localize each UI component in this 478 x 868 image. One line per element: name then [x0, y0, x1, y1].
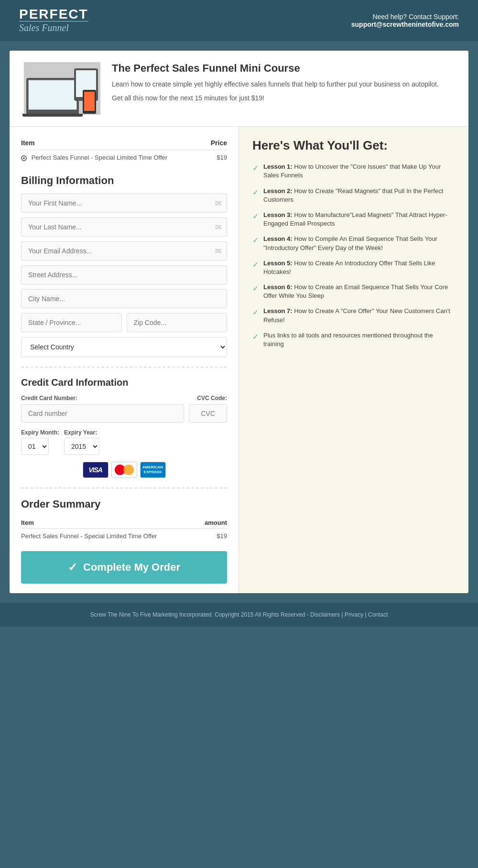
complete-order-button[interactable]: ✓ Complete My Order — [21, 551, 227, 584]
laptop-base — [22, 114, 83, 117]
cc-number-label: Credit Card Number: — [21, 395, 77, 401]
cvc-input[interactable] — [189, 404, 227, 423]
benefit-strong-5: Lesson 5: — [263, 260, 293, 267]
benefit-item-6: ✓ Lesson 6: How to Create an Email Seque… — [252, 283, 455, 300]
product-desc1: Learn how to create simple yet highly ef… — [112, 79, 439, 89]
support-email[interactable]: support@screwtheninetofive.com — [351, 21, 459, 28]
header-support: Need help? Contact Support: support@scre… — [351, 13, 459, 28]
benefit-strong-1: Lesson 1: — [263, 163, 293, 170]
expiry-year-select[interactable]: 2015 2016 2017 2018 2019 2020 — [64, 438, 99, 455]
benefit-text-2: Lesson 2: How to Create "Read Magnets" t… — [263, 187, 455, 204]
laptop-icon — [26, 78, 79, 114]
benefit-text-4: Lesson 4: How to Compile An Email Sequen… — [263, 235, 455, 252]
email-field-wrapper: ✉ — [21, 241, 227, 260]
check-icon-5: ✓ — [252, 260, 259, 270]
summary-item: Perfect Sales Funnel - Special Limited T… — [21, 529, 198, 544]
left-column: Item Price Perfect Sales Funnel - Specia… — [10, 127, 239, 593]
order-summary-section: Order Summary Item amount Perfect Sales … — [21, 498, 227, 584]
summary-amount: $19 — [198, 529, 227, 544]
laptop-screen — [28, 80, 77, 110]
city-input[interactable] — [21, 289, 227, 308]
visa-logo: VISA — [83, 462, 109, 478]
summary-table: Item amount Perfect Sales Funnel - Speci… — [21, 517, 227, 543]
two-col-layout: Item Price Perfect Sales Funnel - Specia… — [10, 127, 468, 593]
state-zip-row — [21, 313, 227, 332]
first-name-field-wrapper: ✉ — [21, 194, 227, 213]
check-icon-2: ✓ — [252, 187, 259, 198]
logo: PERFECT Sales Funnel — [19, 8, 88, 33]
envelope-icon-lastname: ✉ — [215, 223, 221, 232]
summary-row: Perfect Sales Funnel - Special Limited T… — [21, 529, 227, 544]
checkmark-icon: ✓ — [68, 561, 77, 574]
expiry-month-select[interactable]: 01 02 03 04 05 06 07 08 09 10 11 12 — [21, 438, 49, 455]
divider-1 — [21, 367, 227, 368]
mastercard-logo — [111, 462, 137, 478]
check-icon-1: ✓ — [252, 163, 259, 174]
phone-screen — [84, 92, 95, 111]
benefit-item-2: ✓ Lesson 2: How to Create "Read Magnets"… — [252, 187, 455, 204]
last-name-field-wrapper: ✉ — [21, 217, 227, 237]
benefit-text-1: Lesson 1: How to Uncover the "Core Issue… — [263, 163, 455, 180]
expiry-year-label: Expiry Year: — [64, 429, 99, 436]
street-input[interactable] — [21, 265, 227, 284]
benefit-text-6: Lesson 6: How to Create an Email Sequenc… — [263, 283, 455, 300]
country-select[interactable]: Select Country United States United King… — [21, 337, 227, 357]
logo-line2: Sales Funnel — [19, 21, 88, 33]
check-icon-4: ✓ — [252, 235, 259, 246]
col-price-header: Price — [206, 136, 227, 150]
order-table-row: Perfect Sales Funnel - Special Limited T… — [21, 150, 227, 165]
complete-order-label: Complete My Order — [83, 561, 180, 574]
benefit-item-3: ✓ Lesson 3: How to Manufacture"Lead Magn… — [252, 211, 455, 228]
benefit-item-7: ✓ Lesson 7: How to Create A "Core Offer"… — [252, 307, 455, 324]
cc-title: Credit Card Information — [21, 377, 227, 388]
device-mockup — [26, 64, 98, 114]
product-info: The Perfect Sales Funnel Mini Course Lea… — [10, 51, 468, 127]
footer: Screw The Nine To Five Marketing Incorpo… — [0, 603, 478, 627]
amex-logo: AMERICANEXPRESS — [140, 462, 166, 478]
check-icon-3: ✓ — [252, 211, 259, 222]
summary-col-amount: amount — [198, 517, 227, 529]
expiry-month-group: Expiry Month: 01 02 03 04 05 06 07 08 09… — [21, 429, 59, 455]
card-logos: VISA AMERICANEXPRESS — [21, 462, 227, 478]
phone-icon — [83, 90, 96, 114]
check-icon-7: ✓ — [252, 307, 259, 318]
summary-col-item: Item — [21, 517, 198, 529]
order-table: Item Price Perfect Sales Funnel - Specia… — [21, 136, 227, 165]
product-image — [24, 62, 100, 115]
benefit-item-5: ✓ Lesson 5: How to Create An Introductor… — [252, 259, 455, 276]
cc-number-input[interactable] — [21, 404, 184, 423]
order-item-price: $19 — [206, 150, 227, 165]
benefit-item-8: ✓ Plus links to all tools and resources … — [252, 331, 455, 348]
first-name-input[interactable] — [21, 194, 227, 213]
last-name-input[interactable] — [21, 217, 227, 237]
footer-text: Screw The Nine To Five Marketing Incorpo… — [90, 611, 388, 618]
billing-section: Billing Information ✉ ✉ ✉ — [21, 174, 227, 357]
expiry-year-group: Expiry Year: 2015 2016 2017 2018 2019 20… — [64, 429, 99, 455]
billing-title: Billing Information — [21, 174, 227, 187]
benefit-strong-6: Lesson 6: — [263, 283, 293, 291]
logo-line1: PERFECT — [19, 8, 88, 21]
state-input[interactable] — [21, 313, 122, 332]
zip-input[interactable] — [127, 313, 228, 332]
product-details: The Perfect Sales Funnel Mini Course Lea… — [112, 62, 439, 107]
product-title: The Perfect Sales Funnel Mini Course — [112, 62, 439, 75]
benefit-text-5: Lesson 5: How to Create An Introductory … — [263, 259, 455, 276]
header: PERFECT Sales Funnel Need help? Contact … — [0, 0, 478, 41]
benefit-strong-7: Lesson 7: — [263, 307, 293, 315]
email-input[interactable] — [21, 241, 227, 260]
envelope-icon-firstname: ✉ — [215, 199, 221, 208]
check-icon-8: ✓ — [252, 332, 259, 342]
mc-circle-orange — [123, 465, 134, 475]
order-item-name: Perfect Sales Funnel - Special Limited T… — [21, 150, 206, 165]
cc-inputs-row — [21, 404, 227, 423]
order-summary-title: Order Summary — [21, 498, 227, 510]
benefit-strong-4: Lesson 4: — [263, 235, 293, 242]
benefit-text-7: Lesson 7: How to Create A "Core Offer" Y… — [263, 307, 455, 324]
right-column: Here's What You'll Get: ✓ Lesson 1: How … — [239, 127, 468, 593]
benefit-text-8: Plus links to all tools and resources me… — [263, 331, 455, 348]
envelope-icon-email: ✉ — [215, 247, 221, 256]
expiry-row: Expiry Month: 01 02 03 04 05 06 07 08 09… — [21, 429, 227, 455]
main-container: The Perfect Sales Funnel Mini Course Lea… — [10, 51, 468, 593]
benefits-title: Here's What You'll Get: — [252, 138, 455, 153]
divider-2 — [21, 488, 227, 488]
